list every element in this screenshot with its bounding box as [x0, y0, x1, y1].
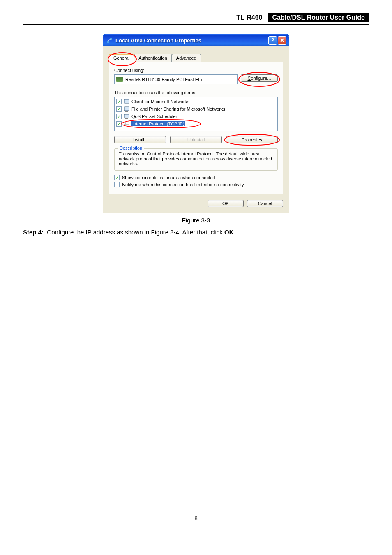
svg-rect-8	[125, 118, 128, 119]
share-icon	[123, 106, 130, 112]
step-text: Configure the IP address as shown in Fig…	[47, 229, 224, 236]
step-after: .	[233, 229, 235, 236]
figure-caption: Figure 3-3	[0, 217, 392, 224]
description-title: Description	[118, 146, 144, 150]
list-item[interactable]: ✓ File and Printer Sharing for Microsoft…	[115, 105, 277, 113]
svg-rect-11	[125, 122, 126, 124]
tab-general[interactable]: General	[109, 54, 134, 62]
show-icon-row[interactable]: ✓ Show icon in notification area when co…	[114, 175, 278, 180]
step-label: Step 4:	[23, 229, 44, 236]
notify-row[interactable]: Notify me when this connection has limit…	[114, 182, 278, 187]
dialog-title: Local Area Connection Properties	[115, 37, 267, 44]
svg-rect-5	[124, 107, 129, 111]
highlight-oval-properties	[224, 134, 280, 146]
tab-advanced[interactable]: Advanced	[172, 54, 201, 62]
configure-button[interactable]: Configure...	[241, 74, 278, 82]
page-number: 8	[0, 515, 392, 534]
svg-rect-6	[125, 111, 128, 112]
checkbox[interactable]: ✓	[116, 114, 122, 119]
nic-icon	[116, 77, 123, 82]
svg-rect-3	[124, 99, 129, 103]
notify-label: Notify me when this connection has limit…	[122, 182, 244, 187]
tab-authentication[interactable]: Authentication	[134, 54, 172, 62]
install-button[interactable]: Install...	[114, 136, 166, 143]
checkbox[interactable]: ✓	[114, 175, 120, 180]
header-divider	[23, 24, 369, 25]
ok-button[interactable]: OK	[208, 200, 244, 207]
item-label: Client for Microsoft Networks	[131, 99, 189, 104]
tab-strip: General Authentication Advanced	[109, 52, 283, 62]
item-label: Internet Protocol (TCP/IP)	[131, 121, 185, 126]
properties-dialog: Local Area Connection Properties ? ✕ Gen…	[103, 34, 289, 213]
uninstall-button: Uninstall	[170, 136, 222, 143]
items-label: This connection uses the following items…	[114, 90, 278, 95]
titlebar[interactable]: Local Area Connection Properties ? ✕	[103, 34, 289, 46]
item-label: File and Printer Sharing for Microsoft N…	[131, 106, 225, 111]
svg-rect-4	[125, 104, 128, 104]
adapter-field[interactable]: Realtek RTL8139 Family PCI Fast Eth	[114, 74, 238, 84]
list-item[interactable]: ✓ Client for Microsoft Networks	[115, 98, 277, 105]
header-model: TL-R460	[236, 14, 262, 21]
description-text: Transmission Control Protocol/Internet P…	[119, 151, 273, 166]
step-line: Step 4: Configure the IP address as show…	[23, 229, 369, 236]
properties-button[interactable]: Properties	[226, 136, 278, 143]
item-label: QoS Packet Scheduler	[131, 114, 177, 119]
help-button[interactable]: ?	[268, 36, 277, 45]
connection-icon	[106, 37, 113, 44]
adapter-name: Realtek RTL8139 Family PCI Fast Eth	[125, 77, 202, 82]
tab-pane-general: Connect using: Realtek RTL8139 Family PC…	[109, 62, 283, 194]
qos-icon	[123, 113, 130, 120]
close-button[interactable]: ✕	[278, 36, 286, 45]
checkbox[interactable]: ✓	[116, 106, 122, 112]
list-item-selected[interactable]: ✓ Internet Protocol (TCP/IP)	[115, 120, 277, 127]
connect-using-label: Connect using:	[114, 68, 278, 73]
svg-rect-12	[127, 124, 129, 125]
tab-label: General	[113, 56, 129, 60]
step-ok: OK	[224, 229, 234, 236]
checkbox[interactable]	[114, 182, 120, 187]
list-item[interactable]: ✓ QoS Packet Scheduler	[115, 113, 277, 120]
checkbox[interactable]: ✓	[116, 99, 122, 104]
description-group: Description Transmission Control Protoco…	[114, 148, 278, 171]
tab-label: Advanced	[176, 56, 196, 60]
tcpip-icon	[123, 120, 130, 127]
show-icon-label: Show icon in notification area when conn…	[122, 175, 215, 180]
svg-rect-0	[107, 41, 109, 43]
cancel-button[interactable]: Cancel	[247, 200, 283, 207]
svg-rect-7	[124, 114, 129, 118]
items-listbox[interactable]: ✓ Client for Microsoft Networks ✓ File a…	[114, 97, 278, 131]
client-icon	[123, 98, 130, 105]
tab-label: Authentication	[138, 56, 167, 60]
checkbox[interactable]: ✓	[116, 121, 122, 127]
header-title: Cable/DSL Router User Guide	[268, 13, 369, 22]
